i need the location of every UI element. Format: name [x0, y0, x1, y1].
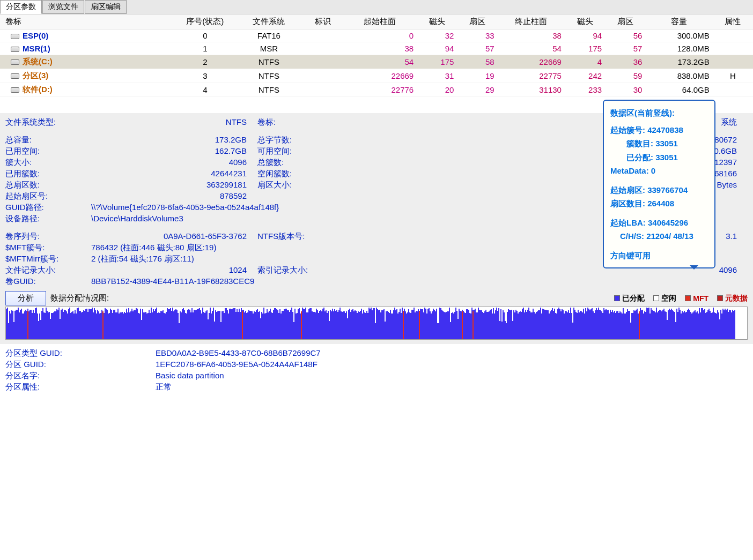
table-row[interactable]: MSR(1)1MSR3894575417557128.0MB: [0, 42, 753, 55]
cell-fs: FAT16: [235, 29, 302, 42]
partition-name: MSR(1): [23, 44, 50, 53]
tooltip-title: 数据区(当前竖线):: [610, 106, 708, 120]
cell-sector1: 29: [457, 83, 497, 97]
used-space-label: 已用空间:: [5, 146, 91, 156]
file-record-size-label: 文件记录大小:: [5, 265, 91, 275]
cell-start-cyl: 54: [343, 55, 417, 69]
part-attr-value: 正常: [156, 382, 748, 392]
col-start-cyl[interactable]: 起始柱面: [343, 14, 417, 29]
cell-capacity: 838.0MB: [645, 69, 712, 83]
cell-start-cyl: 22776: [343, 83, 417, 97]
cell-end-cyl: 22669: [498, 55, 565, 69]
volume-label-label: 卷标:: [257, 117, 333, 128]
legend-allocated: 已分配: [622, 294, 645, 303]
cell-attr: [713, 29, 753, 42]
cell-sector2: 36: [605, 55, 645, 69]
cell-flag: [302, 69, 343, 83]
total-clusters-label: 总簇数:: [257, 158, 333, 168]
guid-path-label: GUID路径:: [5, 203, 91, 213]
part-type-guid-label: 分区类型 GUID:: [5, 348, 156, 359]
start-sector-label: 起始扇区号:: [5, 191, 91, 201]
cell-sector1: 58: [457, 55, 497, 69]
device-path-label: 设备路径:: [5, 214, 91, 224]
chart-legend: 已分配 空闲 MFT 元数据: [614, 294, 748, 303]
col-fs[interactable]: 文件系统: [235, 14, 302, 29]
table-row[interactable]: 软件(D:)4NTFS227762029311302333064.0GB: [0, 83, 753, 97]
used-clusters-label: 已用簇数:: [5, 169, 91, 179]
cell-capacity: 64.0GB: [645, 83, 712, 97]
free-space-label: 可用空间:: [257, 146, 333, 156]
partition-name: 分区(3): [23, 71, 48, 80]
mftmirr-cluster-label: $MFTMirr簇号:: [5, 254, 91, 264]
cell-sector1: 57: [457, 42, 497, 55]
table-row[interactable]: ESP(0)0FAT1603233389456300.0MB: [0, 29, 753, 42]
col-volume[interactable]: 卷标: [0, 14, 175, 29]
disk-icon: [11, 73, 19, 79]
cell-end-cyl: 38: [498, 29, 565, 42]
table-row[interactable]: 系统(C:)2NTFS541755822669436173.2GB: [0, 55, 753, 69]
allocation-chart[interactable]: [5, 307, 748, 340]
legend-free: 空闲: [661, 294, 676, 303]
col-seq[interactable]: 序号(状态): [175, 14, 235, 29]
vol-guid-label: 卷GUID:: [5, 277, 91, 287]
cell-fs: NTFS: [235, 69, 302, 83]
part-guid-value: 1EFC2078-6FA6-4053-9E5A-0524A4AF148F: [156, 360, 748, 370]
col-sector2[interactable]: 扇区: [605, 14, 645, 29]
col-attr[interactable]: 属性: [713, 14, 753, 29]
cell-flag: [302, 29, 343, 42]
disk-icon: [11, 59, 19, 65]
cell-fs: MSR: [235, 42, 302, 55]
vol-serial-value: 0A9A-D661-65F3-3762: [91, 232, 257, 242]
col-sector1[interactable]: 扇区: [457, 14, 497, 29]
tooltip-arrow-hint: 方向键可用: [610, 249, 708, 263]
cell-flag: [302, 42, 343, 55]
cell-sector2: 56: [605, 29, 645, 42]
index-record-size-label: 索引记录大小:: [257, 265, 333, 275]
disk-icon: [11, 47, 19, 52]
fs-type-label: 文件系统类型:: [5, 117, 91, 128]
used-clusters-value: 42644231: [91, 169, 257, 179]
cell-seq: 2: [175, 55, 235, 69]
cell-sector1: 19: [457, 69, 497, 83]
tab-browse-files[interactable]: 浏览文件: [42, 0, 84, 14]
cell-start-cyl: 0: [343, 29, 417, 42]
tooltip-start-sector: 起始扇区: 339766704: [610, 183, 708, 197]
disk-icon: [11, 34, 19, 39]
part-type-guid-value: EBD0A0A2-B9E5-4433-87C0-68B6B72699C7: [156, 348, 748, 359]
total-capacity-label: 总容量:: [5, 135, 91, 145]
cell-head2: 4: [565, 55, 605, 69]
partition-name: ESP(0): [23, 31, 48, 40]
cell-seq: 1: [175, 42, 235, 55]
chart-tooltip: 数据区(当前竖线): 起始簇号: 42470838 簇数目: 33051 已分配…: [603, 100, 715, 268]
cell-head1: 31: [417, 69, 457, 83]
col-capacity[interactable]: 容量: [645, 14, 712, 29]
tooltip-cluster-count: 簇数目: 33051: [610, 137, 708, 151]
tab-bar: 分区参数 浏览文件 扇区编辑: [0, 0, 753, 14]
analyze-button[interactable]: 分析: [5, 291, 46, 305]
cell-head1: 175: [417, 55, 457, 69]
tab-sector-edit[interactable]: 扇区编辑: [85, 0, 127, 14]
col-end-cyl[interactable]: 终止柱面: [498, 14, 565, 29]
partition-name: 软件(D:): [23, 85, 53, 94]
cell-flag: [302, 83, 343, 97]
total-sectors-value: 363299181: [91, 180, 257, 190]
legend-mft: MFT: [693, 294, 708, 303]
cell-capacity: 128.0MB: [645, 42, 712, 55]
tab-partition-params[interactable]: 分区参数: [0, 0, 42, 14]
cell-head2: 94: [565, 29, 605, 42]
table-row[interactable]: 分区(3)3NTFS2266931192277524259838.0MBH: [0, 69, 753, 83]
cell-end-cyl: 22775: [498, 69, 565, 83]
cluster-size-value: 4096: [91, 158, 257, 168]
cell-sector2: 59: [605, 69, 645, 83]
total-sectors-label: 总扇区数:: [5, 180, 91, 190]
part-guid-label: 分区 GUID:: [5, 360, 156, 370]
cell-head1: 94: [417, 42, 457, 55]
part-name-label: 分区名字:: [5, 371, 156, 381]
col-head1[interactable]: 磁头: [417, 14, 457, 29]
col-flag[interactable]: 标识: [302, 14, 343, 29]
cell-attr: [713, 83, 753, 97]
cell-start-cyl: 22669: [343, 69, 417, 83]
partition-name: 系统(C:): [23, 57, 53, 66]
col-head2[interactable]: 磁头: [565, 14, 605, 29]
cell-fs: NTFS: [235, 83, 302, 97]
